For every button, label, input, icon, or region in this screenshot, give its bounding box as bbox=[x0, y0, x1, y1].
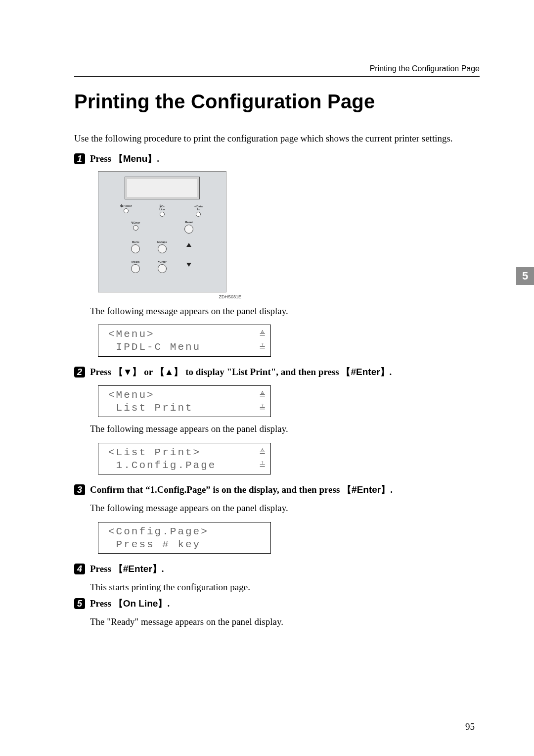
figure-id: ZDHS031E bbox=[98, 294, 241, 299]
step-4-after: This starts printing the configuration p… bbox=[90, 580, 480, 594]
error-led: ↯Error bbox=[128, 221, 143, 234]
page-number: 95 bbox=[465, 721, 475, 732]
step-3: 3 Confirm that “1.Config.Page” is on the… bbox=[74, 483, 480, 554]
step-number-2: 2 bbox=[74, 367, 85, 378]
lcd-display-2a: <Menu>≜ List Print≟ bbox=[98, 385, 271, 418]
power-led: ⏻Power bbox=[120, 204, 132, 217]
down-scroll-icon: ≟ bbox=[259, 341, 266, 354]
enter-key: #Enter bbox=[114, 564, 162, 574]
online-key: On Line bbox=[114, 598, 168, 609]
step-2: 2 Press ▼ or ▲ to display "List Print", … bbox=[74, 366, 480, 475]
printer-panel-figure: ⏻Power ┣On Line ✦Data In ↯Error Reset Me… bbox=[98, 171, 480, 299]
chapter-tab: 5 bbox=[516, 267, 534, 285]
running-head: Printing the Configuration Page bbox=[74, 64, 480, 77]
intro-text: Use the following procedure to print the… bbox=[74, 132, 480, 145]
enter-key: #Enter bbox=[341, 367, 389, 377]
up-scroll-icon: ≜ bbox=[259, 389, 266, 402]
step-number-4: 4 bbox=[74, 564, 85, 574]
step-2-instruction: Press ▼ or ▲ to display "List Print", an… bbox=[90, 366, 392, 378]
step-3-after: The following message appears on the pan… bbox=[90, 501, 480, 515]
step-5: 5 Press On Line. The "Ready" message app… bbox=[74, 597, 480, 629]
down-scroll-icon: ≟ bbox=[259, 459, 266, 472]
menu-button: Menu bbox=[128, 240, 143, 253]
lcd-display-1: <Menu>≜ IPDL-C Menu≟ bbox=[98, 325, 271, 357]
reset-button: Reset bbox=[181, 221, 197, 234]
lcd-display-2b: <List Print>≜ 1.Config.Page≟ bbox=[98, 443, 271, 475]
up-arrow-key: ▲ bbox=[155, 367, 183, 377]
step-5-instruction: Press On Line. bbox=[90, 597, 170, 610]
media-button: Media bbox=[128, 260, 143, 273]
step-1: 1 Press Menu. ⏻Power ┣On Line ✦Data In ↯… bbox=[74, 152, 480, 357]
step-3-instruction: Confirm that “1.Config.Page” is on the d… bbox=[90, 483, 393, 496]
step-4: 4 Press #Enter. This starts printing the… bbox=[74, 563, 480, 594]
online-led: ┣On Line bbox=[156, 204, 168, 217]
escape-button: Escape bbox=[154, 240, 170, 253]
datain-led: ✦Data In bbox=[192, 204, 204, 217]
menu-key: Menu bbox=[114, 153, 157, 164]
step-number-5: 5 bbox=[74, 598, 85, 609]
down-arrow-key: ▼ bbox=[114, 367, 142, 377]
step-5-after: The "Ready" message appears on the panel… bbox=[90, 615, 480, 629]
step-number-3: 3 bbox=[74, 484, 85, 495]
up-arrow-icon bbox=[181, 240, 197, 253]
up-scroll-icon: ≜ bbox=[259, 328, 266, 341]
step-1-instruction: Press Menu. bbox=[90, 152, 159, 165]
up-scroll-icon: ≜ bbox=[259, 446, 266, 459]
step-number-1: 1 bbox=[74, 153, 85, 164]
down-scroll-icon: ≟ bbox=[259, 402, 266, 415]
step-1-after: The following message appears on the pan… bbox=[90, 304, 480, 318]
printer-panel: ⏻Power ┣On Line ✦Data In ↯Error Reset Me… bbox=[98, 171, 226, 292]
enter-key: #Enter bbox=[342, 484, 390, 495]
down-arrow-icon bbox=[181, 260, 197, 273]
step-2-after: The following message appears on the pan… bbox=[90, 422, 480, 436]
step-4-instruction: Press #Enter. bbox=[90, 563, 164, 575]
panel-lcd-screen bbox=[125, 177, 200, 199]
page-title: Printing the Configuration Page bbox=[74, 91, 480, 113]
enter-button: #Enter bbox=[154, 260, 170, 273]
lcd-display-3: <Config.Page> Press # key bbox=[98, 522, 271, 554]
